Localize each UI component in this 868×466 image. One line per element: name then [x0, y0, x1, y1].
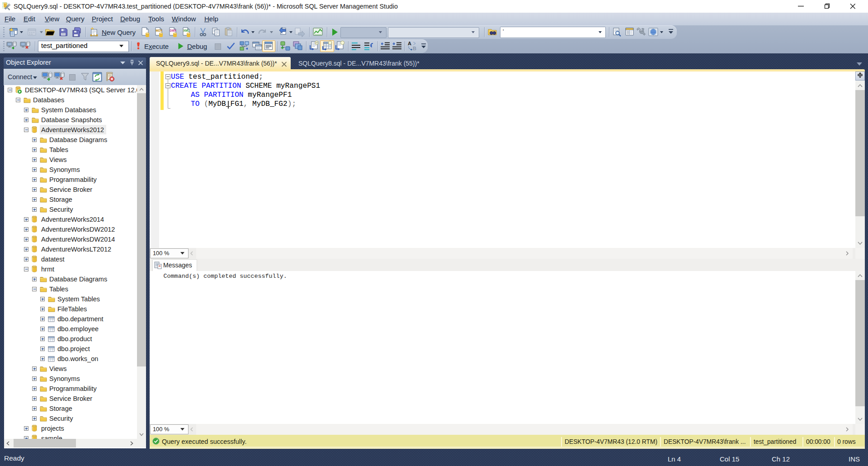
svg-text:!?: !? [316, 42, 318, 44]
svg-text:B: B [413, 46, 416, 51]
svg-text:A: A [408, 41, 411, 46]
svg-text:DMX: DMX [170, 29, 177, 32]
svg-text:XML: XML [184, 29, 190, 32]
svg-text:MDX: MDX [156, 29, 163, 32]
